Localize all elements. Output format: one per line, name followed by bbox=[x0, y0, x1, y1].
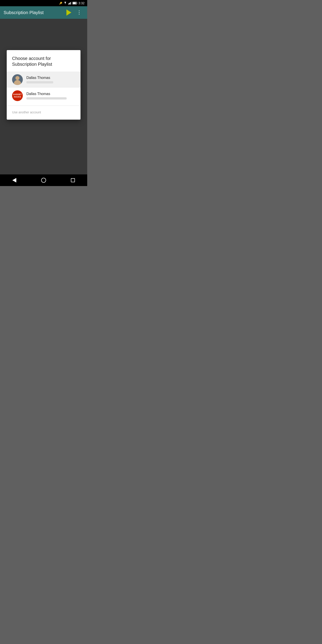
account-name-personal: Dallas Thomas bbox=[26, 76, 53, 80]
app-bar-title: Subscription Playlist bbox=[4, 10, 64, 15]
back-icon bbox=[12, 178, 16, 182]
play-button[interactable] bbox=[64, 8, 73, 18]
dialog-overlay: Choose account for Subscription Playlist… bbox=[0, 19, 87, 174]
svg-rect-1 bbox=[69, 3, 70, 4]
account-email-skeleton-gadgethacks bbox=[26, 97, 67, 100]
dialog-divider bbox=[7, 106, 80, 106]
more-options-button[interactable]: ⋮ bbox=[75, 8, 84, 17]
app-bar: Subscription Playlist ⋮ bbox=[0, 6, 87, 19]
use-another-label: Use another account bbox=[12, 110, 41, 114]
account-info-gadgethacks: Dallas Thomas bbox=[26, 92, 67, 100]
svg-rect-6 bbox=[73, 2, 76, 4]
account-info-personal: Dallas Thomas bbox=[26, 76, 53, 84]
svg-rect-5 bbox=[77, 3, 77, 4]
account-name-gadgethacks: Dallas Thomas bbox=[26, 92, 67, 96]
status-time: 3:32 bbox=[78, 1, 84, 5]
status-bar: 🔑 3:32 bbox=[0, 0, 87, 6]
back-button[interactable] bbox=[10, 176, 18, 185]
svg-rect-3 bbox=[71, 2, 71, 4]
app-bar-actions: ⋮ bbox=[64, 8, 84, 18]
avatar-gadgethacks: GADGET HACKS bbox=[12, 90, 23, 101]
account-item-personal[interactable]: Dallas Thomas bbox=[7, 72, 80, 88]
home-icon bbox=[41, 178, 46, 183]
svg-rect-0 bbox=[68, 4, 69, 4]
signal-icon bbox=[68, 2, 71, 4]
account-email-skeleton-personal bbox=[26, 81, 53, 84]
battery-icon bbox=[72, 2, 77, 4]
use-another-account-button[interactable]: Use another account bbox=[7, 108, 80, 118]
wifi-icon bbox=[64, 2, 67, 4]
key-icon: 🔑 bbox=[59, 2, 62, 5]
main-content: Choose account for Subscription Playlist… bbox=[0, 19, 87, 174]
bottom-nav bbox=[0, 174, 87, 186]
status-icons: 🔑 3:32 bbox=[59, 1, 84, 5]
account-chooser-dialog: Choose account for Subscription Playlist… bbox=[7, 50, 80, 120]
account-item-gadgethacks[interactable]: GADGET HACKS Dallas Thomas bbox=[7, 88, 80, 104]
dialog-title: Choose account for Subscription Playlist bbox=[7, 56, 80, 72]
avatar-personal bbox=[12, 74, 23, 85]
recents-icon bbox=[71, 178, 75, 182]
recents-button[interactable] bbox=[69, 176, 77, 184]
gadgethacks-logo-line1: GADGET bbox=[13, 93, 22, 96]
svg-rect-2 bbox=[70, 2, 71, 4]
gadgethacks-logo-line2: HACKS bbox=[14, 96, 21, 98]
home-button[interactable] bbox=[39, 176, 48, 185]
play-icon bbox=[66, 10, 71, 16]
